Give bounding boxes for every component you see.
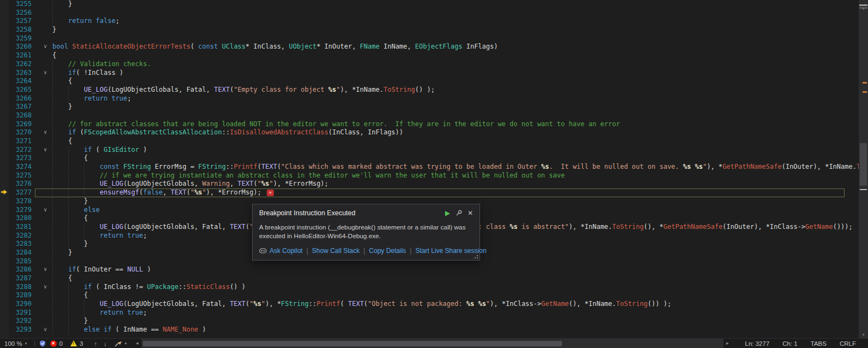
breakpoint-margin[interactable] bbox=[1, 172, 9, 180]
document-health-icon[interactable] bbox=[39, 340, 46, 347]
code-line[interactable]: 3273 { bbox=[0, 154, 859, 163]
code-line[interactable]: 3265 UE_LOG(LogUObjectGlobals, Fatal, TE… bbox=[0, 86, 859, 95]
breakpoint-margin[interactable] bbox=[1, 112, 9, 120]
error-count[interactable]: ✕ 0 bbox=[50, 340, 63, 347]
breakpoint-margin[interactable] bbox=[1, 163, 9, 171]
breakpoint-margin[interactable] bbox=[1, 309, 9, 317]
code-line[interactable]: 3255 } bbox=[0, 0, 859, 9]
scroll-right-arrow[interactable]: ► bbox=[726, 341, 730, 346]
code-line[interactable]: 3258} bbox=[0, 26, 859, 34]
code-line[interactable]: 3264 { bbox=[0, 77, 859, 86]
breakpoint-margin[interactable] bbox=[1, 249, 9, 257]
next-issue-button[interactable]: ↓ bbox=[104, 340, 107, 347]
code-line[interactable]: 3275 // if we are trying instantiate an … bbox=[0, 172, 859, 180]
breakpoint-margin[interactable] bbox=[1, 215, 9, 222]
breakpoint-margin[interactable] bbox=[1, 17, 9, 25]
code-line[interactable]: 3274 const FString ErrorMsg = FString::P… bbox=[0, 163, 859, 172]
fold-chevron-icon[interactable]: ∨ bbox=[40, 265, 50, 274]
warning-mark[interactable] bbox=[863, 91, 867, 93]
warning-mark[interactable] bbox=[863, 82, 867, 84]
fold-chevron-icon[interactable]: ∨ bbox=[40, 145, 50, 154]
code-line[interactable]: 3270∨ if (FScopedAllowAbstractClassAlloc… bbox=[0, 128, 859, 137]
horizontal-scrollbar-thumb[interactable] bbox=[143, 341, 562, 346]
code-line[interactable]: 3288∨ if ( InClass != UPackage::StaticCl… bbox=[0, 283, 859, 292]
code-editor[interactable]: 3255 }32563257 return false;3258}3259326… bbox=[0, 0, 859, 338]
breakpoint-margin[interactable] bbox=[1, 300, 9, 308]
code-line[interactable]: 3269 // for abstract classes that are be… bbox=[0, 120, 859, 129]
fold-chevron-icon[interactable]: ∨ bbox=[40, 128, 50, 137]
breakpoint-margin[interactable] bbox=[1, 129, 9, 137]
pin-icon[interactable] bbox=[456, 210, 462, 216]
code-line[interactable]: 3291 return true; bbox=[0, 309, 859, 317]
fold-chevron-icon[interactable]: ∨ bbox=[40, 68, 50, 77]
breakpoint-margin[interactable] bbox=[1, 52, 9, 60]
start-live-share-link[interactable]: Start Live Share session bbox=[415, 247, 486, 255]
code-line[interactable]: 3292 } bbox=[0, 317, 859, 326]
breakpoint-margin[interactable] bbox=[1, 155, 9, 162]
breakpoint-margin[interactable] bbox=[1, 275, 9, 282]
breakpoint-margin[interactable] bbox=[1, 103, 9, 111]
code-line[interactable]: 3293∨ else if ( InName == NAME_None ) bbox=[0, 326, 859, 334]
zoom-control[interactable]: 100 % ▼ bbox=[0, 340, 31, 347]
breakpoint-margin[interactable] bbox=[1, 258, 9, 266]
code-line[interactable]: 3263∨ if( !InClass ) bbox=[0, 69, 859, 78]
scroll-up-arrow[interactable]: ▲ bbox=[859, 6, 868, 10]
code-line[interactable]: 3262 // Validation checks. bbox=[0, 60, 859, 69]
code-line[interactable]: 3271 { bbox=[0, 137, 859, 146]
breakpoint-margin[interactable] bbox=[1, 284, 9, 291]
code-line[interactable]: 3256 bbox=[0, 9, 859, 17]
horizontal-scrollbar[interactable] bbox=[141, 339, 723, 348]
breakpoint-margin[interactable] bbox=[1, 69, 9, 77]
breakpoint-error-icon[interactable]: ✕ bbox=[267, 190, 274, 196]
scroll-left-arrow[interactable]: ◄ bbox=[135, 341, 139, 346]
breakpoint-margin[interactable] bbox=[1, 232, 9, 240]
code-line[interactable]: 3260∨bool StaticAllocateObjectErrorTests… bbox=[0, 43, 859, 51]
ask-copilot-link[interactable]: Ask Copilot bbox=[270, 247, 303, 255]
caret-position-mark[interactable] bbox=[860, 189, 867, 190]
column-indicator[interactable]: Ch: 1 bbox=[782, 340, 798, 347]
eol-indicator[interactable]: CRLF bbox=[840, 340, 856, 347]
previous-issue-button[interactable]: ↑ bbox=[94, 340, 97, 347]
breakpoint-margin[interactable] bbox=[1, 9, 9, 17]
breakpoint-margin[interactable] bbox=[1, 326, 9, 334]
breakpoint-margin[interactable] bbox=[1, 240, 9, 248]
fold-chevron-icon[interactable]: ∨ bbox=[40, 42, 50, 51]
code-line[interactable]: 3259 bbox=[0, 34, 859, 43]
show-call-stack-link[interactable]: Show Call Stack bbox=[312, 247, 360, 255]
breakpoint-margin[interactable] bbox=[1, 266, 9, 274]
vertical-scrollbar-thumb[interactable] bbox=[860, 143, 867, 186]
breakpoint-margin[interactable] bbox=[1, 121, 9, 128]
breakpoint-margin[interactable] bbox=[1, 207, 9, 214]
continue-button[interactable]: ▶ bbox=[445, 209, 450, 217]
breakpoint-margin[interactable] bbox=[1, 223, 9, 231]
code-line[interactable]: 3257 return false; bbox=[0, 17, 859, 26]
breakpoint-margin[interactable] bbox=[1, 78, 9, 85]
fold-chevron-icon[interactable]: ∨ bbox=[40, 205, 50, 214]
tabs-indicator[interactable]: TABS bbox=[811, 340, 827, 347]
line-indicator[interactable]: Ln: 3277 bbox=[745, 340, 770, 347]
warning-count[interactable]: 3 bbox=[70, 340, 83, 347]
breakpoint-margin[interactable] bbox=[1, 146, 9, 154]
breakpoint-margin[interactable] bbox=[1, 1, 9, 8]
breakpoint-margin[interactable] bbox=[1, 180, 9, 188]
fold-chevron-icon[interactable]: ∨ bbox=[40, 325, 50, 334]
code-line[interactable]: 3261{ bbox=[0, 51, 859, 60]
breakpoint-margin[interactable] bbox=[1, 95, 9, 103]
code-line[interactable]: 3287 { bbox=[0, 274, 859, 283]
fold-chevron-icon[interactable]: ∨ bbox=[40, 282, 50, 291]
code-line[interactable]: 3276 UE_LOG(LogUObjectGlobals, Warning, … bbox=[0, 180, 859, 188]
scroll-down-arrow[interactable]: ▼ bbox=[859, 333, 868, 337]
close-icon[interactable]: ✕ bbox=[468, 209, 473, 217]
breakpoint-margin[interactable] bbox=[1, 189, 9, 197]
copy-details-link[interactable]: Copy Details bbox=[369, 247, 406, 255]
code-line[interactable]: 3289 { bbox=[0, 291, 859, 300]
breakpoint-margin[interactable] bbox=[1, 138, 9, 145]
breakpoint-margin[interactable] bbox=[1, 61, 9, 68]
code-line[interactable]: 3277 ensureMsgf(false, TEXT("%s"), *Erro… bbox=[0, 188, 859, 197]
code-line[interactable]: 3268 bbox=[0, 111, 859, 120]
breakpoint-margin[interactable] bbox=[1, 86, 9, 94]
code-line[interactable]: 3267 } bbox=[0, 103, 859, 111]
code-line[interactable]: 3272∨ if ( GIsEditor ) bbox=[0, 146, 859, 155]
code-line[interactable]: 3266 return true; bbox=[0, 95, 859, 103]
breakpoint-margin[interactable] bbox=[1, 43, 9, 51]
